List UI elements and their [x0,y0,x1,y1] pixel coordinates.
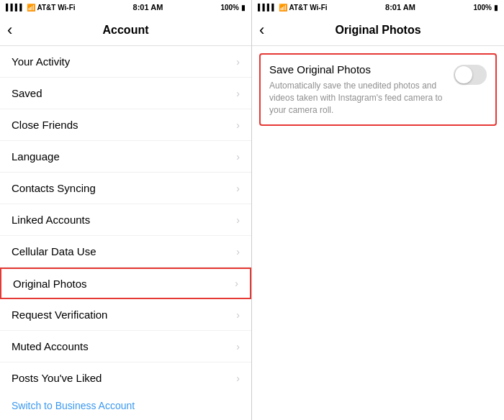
right-battery-label: 100% [473,4,492,12]
menu-label-muted-accounts: Muted Accounts [12,340,89,352]
menu-item-linked-accounts[interactable]: Linked Accounts › [0,204,251,236]
switch-to-business-link[interactable]: Switch to Business Account [0,391,251,420]
chevron-icon-cellular-data-use: › [236,246,240,257]
menu-label-posts-youve-liked: Posts You've Liked [12,372,102,384]
menu-item-muted-accounts[interactable]: Muted Accounts › [0,331,251,362]
left-carrier-label: AT&T Wi-Fi [37,4,76,12]
menu-item-original-photos[interactable]: Original Photos › [0,268,251,299]
right-time: 8:01 AM [385,3,415,12]
right-battery-icon: ▮ [494,4,498,12]
left-time: 8:01 AM [133,3,163,12]
right-carrier-label: AT&T Wi-Fi [289,4,328,12]
chevron-icon-posts-youve-liked: › [236,373,240,384]
left-carrier-info: ▌▌▌▌ 📶 AT&T Wi-Fi [6,4,76,12]
left-signal-icon: ▌▌▌▌ [6,4,24,11]
left-panel: ▌▌▌▌ 📶 AT&T Wi-Fi 8:01 AM 100% ▮ ‹ Accou… [0,0,252,420]
menu-item-close-friends[interactable]: Close Friends › [0,109,251,141]
menu-label-cellular-data-use: Cellular Data Use [12,245,96,257]
right-battery-info: 100% ▮ [473,4,498,12]
setting-card-text: Save Original Photos Automatically save … [269,63,454,116]
menu-label-linked-accounts: Linked Accounts [12,214,90,226]
left-nav-title: Account [103,24,149,37]
left-battery-label: 100% [220,4,239,12]
save-original-photos-toggle[interactable] [454,65,487,85]
setting-title: Save Original Photos [269,63,445,76]
left-back-button[interactable]: ‹ [7,21,12,40]
chevron-icon-your-activity: › [236,56,240,68]
menu-label-close-friends: Close Friends [12,119,78,131]
chevron-icon-request-verification: › [236,309,240,321]
left-wifi-icon: 📶 [27,4,35,12]
menu-label-original-photos: Original Photos [13,278,87,290]
menu-item-request-verification[interactable]: Request Verification › [0,299,251,331]
menu-item-cellular-data-use[interactable]: Cellular Data Use › [0,236,251,268]
menu-item-saved[interactable]: Saved › [0,78,251,109]
menu-label-your-activity: Your Activity [12,55,70,68]
menu-label-request-verification: Request Verification [12,309,107,321]
menu-item-your-activity[interactable]: Your Activity › [0,46,251,78]
menu-label-saved: Saved [12,87,42,99]
menu-item-language[interactable]: Language › [0,141,251,173]
chevron-icon-contacts-syncing: › [236,183,240,194]
menu-label-language: Language [12,150,60,163]
left-nav-bar: ‹ Account [0,14,251,46]
left-battery-info: 100% ▮ [220,4,246,12]
right-panel: ▌▌▌▌ 📶 AT&T Wi-Fi 8:01 AM 100% ▮ ‹ Origi… [252,0,504,420]
chevron-icon-linked-accounts: › [236,214,240,226]
menu-item-posts-youve-liked[interactable]: Posts You've Liked › [0,362,251,391]
chevron-icon-muted-accounts: › [236,341,240,352]
chevron-icon-saved: › [236,88,240,99]
menu-label-contacts-syncing: Contacts Syncing [12,182,96,194]
save-original-photos-card: Save Original Photos Automatically save … [259,53,497,126]
right-status-bar: ▌▌▌▌ 📶 AT&T Wi-Fi 8:01 AM 100% ▮ [252,0,504,14]
right-signal-icon: ▌▌▌▌ [258,4,276,11]
chevron-icon-original-photos: › [235,278,238,289]
right-wifi-icon: 📶 [279,4,287,12]
account-menu-list: Your Activity › Saved › Close Friends › … [0,46,251,391]
chevron-icon-close-friends: › [236,119,240,131]
left-battery-icon: ▮ [241,4,246,12]
right-back-button[interactable]: ‹ [259,21,264,40]
right-nav-bar: ‹ Original Photos [252,14,504,46]
setting-description: Automatically save the unedited photos a… [269,80,445,116]
chevron-icon-language: › [236,151,240,163]
right-nav-title: Original Photos [335,24,420,37]
menu-item-contacts-syncing[interactable]: Contacts Syncing › [0,173,251,204]
right-carrier-info: ▌▌▌▌ 📶 AT&T Wi-Fi [258,4,328,12]
left-status-bar: ▌▌▌▌ 📶 AT&T Wi-Fi 8:01 AM 100% ▮ [0,0,251,14]
